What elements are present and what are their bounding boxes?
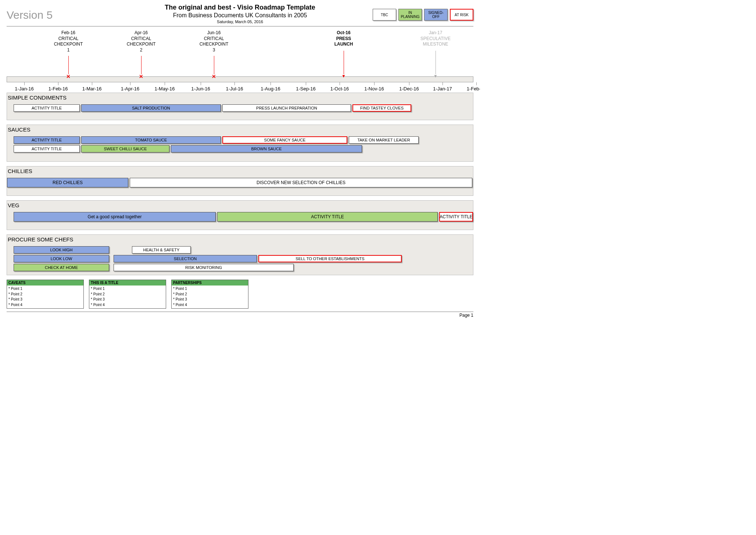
note-point: * Point 3 — [173, 297, 247, 302]
tick — [201, 82, 201, 85]
tick — [92, 82, 92, 85]
tick-label: 1-Aug-16 — [261, 86, 280, 91]
tick-label: 1-Sep-16 — [296, 86, 315, 91]
note-point: * Point 1 — [8, 286, 82, 292]
version-label: Version 5 — [7, 9, 53, 21]
milestone-x-icon: ✕ — [139, 73, 143, 79]
note-title: CAVEATS — [7, 280, 83, 286]
tick-label: 1-Jan-16 — [15, 86, 33, 91]
tick-label: 1-Feb-16 — [49, 86, 68, 91]
note-point: * Point 4 — [173, 302, 247, 308]
activity-bar[interactable]: ACTIVITY TITLE — [439, 212, 473, 222]
legend-signed-off: SIGNED-OFF — [424, 9, 448, 21]
activity-bar[interactable]: Get a good spread together — [14, 212, 216, 222]
activity-bar[interactable]: SELECTION — [114, 255, 257, 262]
note-body: * Point 1* Point 2* Point 3* Point 4 — [172, 286, 248, 308]
milestone-arrow-icon: ▼ — [341, 73, 346, 79]
activity-bar[interactable]: SOME FANCY SAUCE — [222, 136, 347, 144]
milestone-line — [68, 56, 69, 74]
tick — [234, 82, 235, 85]
lane-body: LOOK HIGHHEALTH & SAFETYLOOK LOWSELECTIO… — [7, 246, 473, 275]
milestone: Jan-17SPECULATIVEMILESTONE — [417, 30, 454, 47]
note-point: * Point 2 — [91, 292, 164, 297]
activity-bar[interactable]: RISK MONITORING — [114, 264, 294, 271]
lane-body: ACTIVITY TITLESALT PRODUCTIONPRESS LAUNC… — [7, 104, 473, 120]
tick — [165, 82, 165, 85]
tick-label: 1-Dec-16 — [399, 86, 419, 91]
tick-label: 1-Feb-17 — [467, 86, 480, 91]
tick — [58, 82, 58, 85]
milestone: Jun-16CRITICALCHECKPOINT3 — [196, 30, 232, 53]
activity-bar[interactable]: ACTIVITY TITLE — [14, 104, 80, 112]
legend-tbc: TBC — [373, 9, 396, 21]
header: Version 5 The original and best - Visio … — [7, 4, 473, 24]
tick — [443, 82, 443, 85]
note-box: CAVEATS* Point 1* Point 2* Point 3* Poin… — [7, 280, 84, 309]
tick — [306, 82, 306, 85]
note-point: * Point 2 — [173, 292, 247, 297]
milestone-line — [141, 56, 141, 74]
activity-bar[interactable]: CHECK AT HOME — [14, 264, 109, 271]
note-point: * Point 3 — [8, 297, 82, 302]
activity-bar[interactable]: PRESS LAUNCH PREPARATION — [222, 104, 351, 112]
tick — [476, 82, 477, 85]
note-body: * Point 1* Point 2* Point 3* Point 4 — [7, 286, 83, 308]
activity-bar[interactable]: ACTIVITY TITLE — [14, 136, 80, 144]
milestone-line — [436, 51, 436, 74]
note-point: * Point 2 — [8, 292, 82, 297]
activity-bar[interactable]: LOOK HIGH — [14, 246, 109, 254]
timeline: Feb-16CRITICALCHECKPOINT1✕Apr-16CRITICAL… — [7, 26, 473, 93]
activity-bar[interactable]: SELL TO OTHER ESTABLISHMENTS — [258, 255, 402, 262]
note-title: PARTNERSHIPS — [172, 280, 248, 286]
lane: SAUCESACTIVITY TITLETOMATO SAUCESOME FAN… — [7, 125, 473, 162]
activity-bar[interactable]: FIND TASTEY CLOVES — [352, 104, 411, 112]
lane: CHILLIESRED CHILLIESDISCOVER NEW SELECTI… — [7, 166, 473, 196]
activity-bar[interactable]: HEALTH & SAFETY — [132, 246, 191, 254]
activity-bar[interactable]: ACTIVITY TITLE — [217, 212, 438, 222]
tick-label: 1-Apr-16 — [121, 86, 140, 91]
tick-label: 1-Nov-16 — [364, 86, 384, 91]
note-body: * Point 1* Point 2* Point 3* Point 4 — [89, 286, 166, 308]
activity-bar[interactable]: ACTIVITY TITLE — [14, 145, 80, 152]
lanes: SIMPLE CONDIMENTSACTIVITY TITLESALT PROD… — [7, 93, 473, 275]
tick — [130, 82, 130, 85]
tick-label: 1-Mar-16 — [82, 86, 102, 91]
note-point: * Point 4 — [8, 302, 82, 308]
lane-body: RED CHILLIESDISCOVER NEW SELECTION OF CH… — [7, 178, 473, 195]
note-box: THIS IS A TITLE* Point 1* Point 2* Point… — [89, 280, 166, 309]
activity-bar[interactable]: TOMATO SAUCE — [81, 136, 221, 144]
milestone-x-icon: ✕ — [66, 73, 71, 79]
legend-in-planning: IN PLANNING — [398, 9, 422, 21]
note-point: * Point 1 — [91, 286, 164, 292]
note-title: THIS IS A TITLE — [89, 280, 166, 286]
notes-row: CAVEATS* Point 1* Point 2* Point 3* Poin… — [7, 280, 473, 309]
note-point: * Point 3 — [91, 297, 164, 302]
lane-title: SIMPLE CONDIMENTS — [7, 93, 473, 104]
activity-bar[interactable]: LOOK LOW — [14, 255, 109, 262]
tick — [340, 82, 340, 85]
activity-bar[interactable]: DISCOVER NEW SELECTION OF CHILLIES — [130, 178, 472, 187]
tick — [24, 82, 25, 85]
activity-bar[interactable]: SALT PRODUCTION — [81, 104, 221, 112]
milestone-line — [214, 56, 214, 74]
milestone: Oct-16PRESSLAUNCH — [325, 30, 362, 47]
lane-title: PROCURE SOME CHEFS — [7, 235, 473, 246]
page-number: Page 1 — [459, 313, 473, 318]
activity-bar[interactable]: RED CHILLIES — [7, 178, 128, 187]
activity-bar[interactable]: TAKE ON MARKET LEADER — [349, 136, 419, 144]
axis-bar — [7, 76, 473, 82]
tick-label: 1-Jul-16 — [226, 86, 243, 91]
milestone: Apr-16CRITICALCHECKPOINT2 — [123, 30, 160, 53]
legend-at-risk: AT RISK — [450, 9, 473, 21]
lane-body: Get a good spread togetherACTIVITY TITLE… — [7, 212, 473, 230]
tick-label: 1-May-16 — [155, 86, 175, 91]
activity-bar[interactable]: SWEET CHILLI SAUCE — [81, 145, 169, 152]
tick — [374, 82, 375, 85]
milestone-arrow-icon: ▼ — [433, 73, 438, 79]
milestone-x-icon: ✕ — [212, 73, 216, 79]
activity-bar[interactable]: BROWN SAUCE — [171, 145, 362, 152]
tick — [270, 82, 271, 85]
note-box: PARTNERSHIPS* Point 1* Point 2* Point 3*… — [171, 280, 248, 309]
note-point: * Point 1 — [173, 286, 247, 292]
tick — [409, 82, 409, 85]
